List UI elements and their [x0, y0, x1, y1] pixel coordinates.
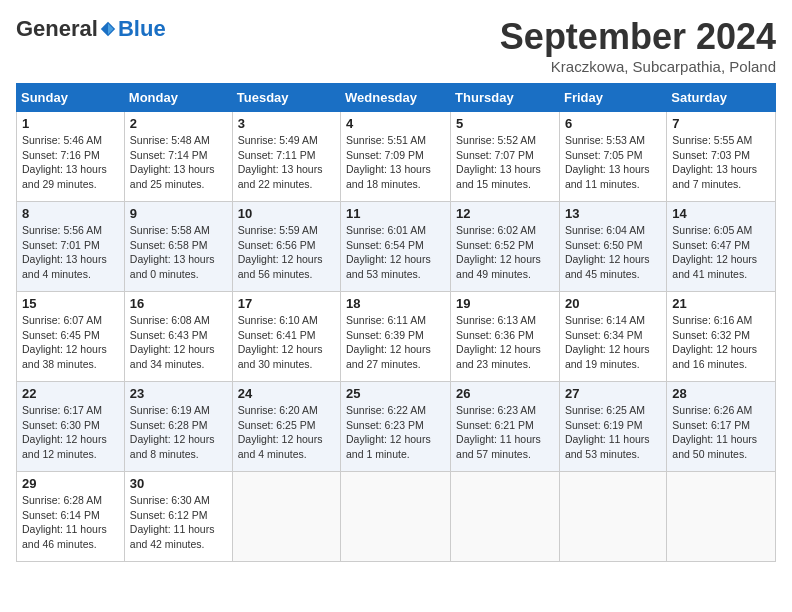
day-number: 23: [130, 386, 227, 401]
day-number: 15: [22, 296, 119, 311]
calendar-table: SundayMondayTuesdayWednesdayThursdayFrid…: [16, 83, 776, 562]
day-info: Sunrise: 6:10 AMSunset: 6:41 PMDaylight:…: [238, 313, 335, 372]
day-info: Sunrise: 5:59 AMSunset: 6:56 PMDaylight:…: [238, 223, 335, 282]
day-number: 10: [238, 206, 335, 221]
calendar-cell: 28Sunrise: 6:26 AMSunset: 6:17 PMDayligh…: [667, 382, 776, 472]
weekday-header-monday: Monday: [124, 84, 232, 112]
calendar-cell: 20Sunrise: 6:14 AMSunset: 6:34 PMDayligh…: [559, 292, 666, 382]
day-number: 5: [456, 116, 554, 131]
day-info: Sunrise: 5:53 AMSunset: 7:05 PMDaylight:…: [565, 133, 661, 192]
title-area: September 2024 Kraczkowa, Subcarpathia, …: [500, 16, 776, 75]
day-number: 3: [238, 116, 335, 131]
day-number: 4: [346, 116, 445, 131]
day-info: Sunrise: 6:26 AMSunset: 6:17 PMDaylight:…: [672, 403, 770, 462]
day-number: 9: [130, 206, 227, 221]
day-number: 27: [565, 386, 661, 401]
day-info: Sunrise: 5:55 AMSunset: 7:03 PMDaylight:…: [672, 133, 770, 192]
day-info: Sunrise: 6:05 AMSunset: 6:47 PMDaylight:…: [672, 223, 770, 282]
day-number: 7: [672, 116, 770, 131]
calendar-cell: 22Sunrise: 6:17 AMSunset: 6:30 PMDayligh…: [17, 382, 125, 472]
day-number: 18: [346, 296, 445, 311]
day-number: 28: [672, 386, 770, 401]
calendar-cell: [667, 472, 776, 562]
logo: General Blue: [16, 16, 166, 42]
calendar-cell: 19Sunrise: 6:13 AMSunset: 6:36 PMDayligh…: [451, 292, 560, 382]
logo-general: General: [16, 16, 98, 42]
logo-blue: Blue: [118, 16, 166, 42]
day-number: 1: [22, 116, 119, 131]
location-subtitle: Kraczkowa, Subcarpathia, Poland: [500, 58, 776, 75]
calendar-cell: 13Sunrise: 6:04 AMSunset: 6:50 PMDayligh…: [559, 202, 666, 292]
calendar-cell: 15Sunrise: 6:07 AMSunset: 6:45 PMDayligh…: [17, 292, 125, 382]
calendar-cell: [451, 472, 560, 562]
calendar-week-4: 22Sunrise: 6:17 AMSunset: 6:30 PMDayligh…: [17, 382, 776, 472]
calendar-cell: 9Sunrise: 5:58 AMSunset: 6:58 PMDaylight…: [124, 202, 232, 292]
calendar-cell: 17Sunrise: 6:10 AMSunset: 6:41 PMDayligh…: [232, 292, 340, 382]
day-info: Sunrise: 6:14 AMSunset: 6:34 PMDaylight:…: [565, 313, 661, 372]
day-info: Sunrise: 5:48 AMSunset: 7:14 PMDaylight:…: [130, 133, 227, 192]
calendar-cell: 25Sunrise: 6:22 AMSunset: 6:23 PMDayligh…: [341, 382, 451, 472]
day-info: Sunrise: 6:04 AMSunset: 6:50 PMDaylight:…: [565, 223, 661, 282]
weekday-header-wednesday: Wednesday: [341, 84, 451, 112]
day-info: Sunrise: 6:13 AMSunset: 6:36 PMDaylight:…: [456, 313, 554, 372]
calendar-cell: 1Sunrise: 5:46 AMSunset: 7:16 PMDaylight…: [17, 112, 125, 202]
calendar-cell: 29Sunrise: 6:28 AMSunset: 6:14 PMDayligh…: [17, 472, 125, 562]
day-number: 12: [456, 206, 554, 221]
day-info: Sunrise: 6:08 AMSunset: 6:43 PMDaylight:…: [130, 313, 227, 372]
weekday-header-friday: Friday: [559, 84, 666, 112]
day-info: Sunrise: 6:22 AMSunset: 6:23 PMDaylight:…: [346, 403, 445, 462]
day-info: Sunrise: 6:20 AMSunset: 6:25 PMDaylight:…: [238, 403, 335, 462]
calendar-cell: 16Sunrise: 6:08 AMSunset: 6:43 PMDayligh…: [124, 292, 232, 382]
day-number: 20: [565, 296, 661, 311]
day-number: 8: [22, 206, 119, 221]
day-number: 22: [22, 386, 119, 401]
day-number: 13: [565, 206, 661, 221]
calendar-header-row: SundayMondayTuesdayWednesdayThursdayFrid…: [17, 84, 776, 112]
day-info: Sunrise: 5:46 AMSunset: 7:16 PMDaylight:…: [22, 133, 119, 192]
calendar-week-2: 8Sunrise: 5:56 AMSunset: 7:01 PMDaylight…: [17, 202, 776, 292]
calendar-cell: 12Sunrise: 6:02 AMSunset: 6:52 PMDayligh…: [451, 202, 560, 292]
day-info: Sunrise: 6:17 AMSunset: 6:30 PMDaylight:…: [22, 403, 119, 462]
day-info: Sunrise: 6:02 AMSunset: 6:52 PMDaylight:…: [456, 223, 554, 282]
calendar-cell: 30Sunrise: 6:30 AMSunset: 6:12 PMDayligh…: [124, 472, 232, 562]
calendar-week-5: 29Sunrise: 6:28 AMSunset: 6:14 PMDayligh…: [17, 472, 776, 562]
weekday-header-sunday: Sunday: [17, 84, 125, 112]
calendar-body: 1Sunrise: 5:46 AMSunset: 7:16 PMDaylight…: [17, 112, 776, 562]
day-number: 26: [456, 386, 554, 401]
weekday-header-thursday: Thursday: [451, 84, 560, 112]
day-number: 19: [456, 296, 554, 311]
day-number: 21: [672, 296, 770, 311]
calendar-cell: 2Sunrise: 5:48 AMSunset: 7:14 PMDaylight…: [124, 112, 232, 202]
calendar-cell: 26Sunrise: 6:23 AMSunset: 6:21 PMDayligh…: [451, 382, 560, 472]
day-info: Sunrise: 6:01 AMSunset: 6:54 PMDaylight:…: [346, 223, 445, 282]
calendar-cell: [559, 472, 666, 562]
calendar-cell: 27Sunrise: 6:25 AMSunset: 6:19 PMDayligh…: [559, 382, 666, 472]
calendar-cell: 21Sunrise: 6:16 AMSunset: 6:32 PMDayligh…: [667, 292, 776, 382]
day-info: Sunrise: 6:19 AMSunset: 6:28 PMDaylight:…: [130, 403, 227, 462]
day-number: 16: [130, 296, 227, 311]
day-number: 17: [238, 296, 335, 311]
calendar-cell: 7Sunrise: 5:55 AMSunset: 7:03 PMDaylight…: [667, 112, 776, 202]
day-info: Sunrise: 6:11 AMSunset: 6:39 PMDaylight:…: [346, 313, 445, 372]
page-header: General Blue September 2024 Kraczkowa, S…: [16, 16, 776, 75]
day-info: Sunrise: 6:07 AMSunset: 6:45 PMDaylight:…: [22, 313, 119, 372]
weekday-header-saturday: Saturday: [667, 84, 776, 112]
day-info: Sunrise: 5:56 AMSunset: 7:01 PMDaylight:…: [22, 223, 119, 282]
day-number: 29: [22, 476, 119, 491]
calendar-cell: [232, 472, 340, 562]
day-info: Sunrise: 6:16 AMSunset: 6:32 PMDaylight:…: [672, 313, 770, 372]
day-number: 6: [565, 116, 661, 131]
calendar-cell: 18Sunrise: 6:11 AMSunset: 6:39 PMDayligh…: [341, 292, 451, 382]
day-number: 2: [130, 116, 227, 131]
day-number: 11: [346, 206, 445, 221]
calendar-cell: 5Sunrise: 5:52 AMSunset: 7:07 PMDaylight…: [451, 112, 560, 202]
logo-icon: [99, 20, 117, 38]
day-number: 14: [672, 206, 770, 221]
day-info: Sunrise: 5:49 AMSunset: 7:11 PMDaylight:…: [238, 133, 335, 192]
calendar-week-1: 1Sunrise: 5:46 AMSunset: 7:16 PMDaylight…: [17, 112, 776, 202]
calendar-cell: 14Sunrise: 6:05 AMSunset: 6:47 PMDayligh…: [667, 202, 776, 292]
calendar-cell: 8Sunrise: 5:56 AMSunset: 7:01 PMDaylight…: [17, 202, 125, 292]
calendar-cell: 6Sunrise: 5:53 AMSunset: 7:05 PMDaylight…: [559, 112, 666, 202]
calendar-cell: 10Sunrise: 5:59 AMSunset: 6:56 PMDayligh…: [232, 202, 340, 292]
calendar-cell: 24Sunrise: 6:20 AMSunset: 6:25 PMDayligh…: [232, 382, 340, 472]
